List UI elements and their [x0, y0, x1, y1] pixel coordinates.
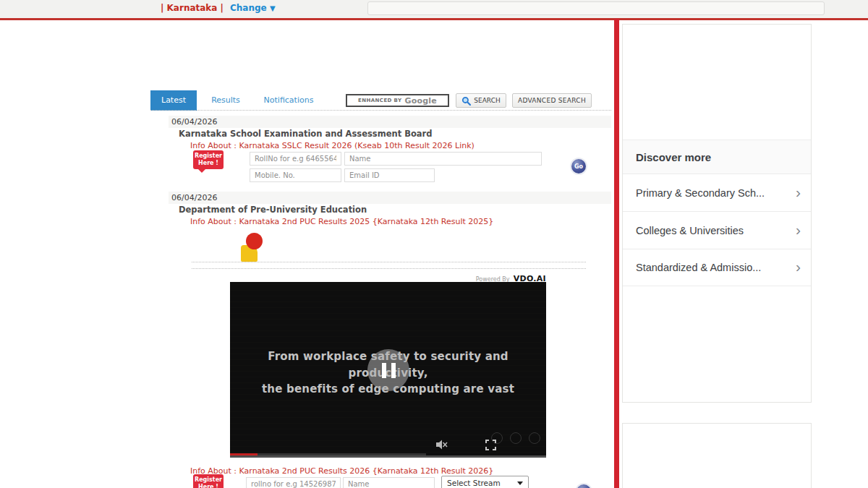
mascot-head [246, 233, 263, 249]
search-watermark-prefix: ENHANCED BY [358, 98, 401, 103]
tabs-divider [150, 110, 611, 111]
dotted-divider [192, 262, 586, 262]
sidebar-panel: Discover more Primary & Secondary Sch...… [622, 24, 812, 403]
chevron-right-icon: › [796, 222, 801, 237]
google-search-input[interactable]: ENHANCED BY Google [346, 94, 449, 107]
mobile-input[interactable] [250, 168, 341, 182]
feed-item-link[interactable]: Info About : Karnataka SSLC Result 2026 … [190, 141, 475, 150]
chevron-right-icon: › [796, 259, 801, 274]
change-link[interactable]: Change ▼ [230, 3, 276, 13]
sidebar-item-label: Standardized & Admissio... [636, 262, 761, 273]
tab-latest[interactable]: Latest [150, 90, 197, 111]
name-input[interactable] [344, 152, 542, 166]
page: | Karnataka | Change ▼ Latest Results No… [0, 0, 868, 488]
advanced-search-button[interactable]: ADVANCED SEARCH [512, 93, 592, 108]
pause-bar [391, 363, 396, 378]
search-button-label: SEARCH [474, 97, 500, 104]
pause-button[interactable] [367, 349, 409, 391]
tab-results[interactable]: Results [205, 90, 247, 111]
chevron-right-icon: › [796, 184, 801, 200]
search-button[interactable]: SEARCH [456, 93, 506, 108]
go-button[interactable]: Go [576, 484, 591, 488]
top-bar: | Karnataka | Change ▼ [0, 0, 868, 18]
name-input[interactable] [343, 477, 435, 488]
search-icon [461, 96, 471, 106]
feed-item-link[interactable]: Info About : Karnataka 2nd PUC Results 2… [190, 466, 493, 476]
register-here-badge[interactable]: Register Here ! [193, 150, 224, 169]
select-arrow-icon [517, 481, 523, 488]
sidebar-item-primary-secondary[interactable]: Primary & Secondary Sch... › [623, 174, 811, 211]
feed-item-date: 06/04/2026 [169, 192, 611, 204]
rollno-input[interactable] [246, 477, 341, 488]
dotted-divider [192, 268, 586, 269]
feed-item-date: 06/04/2026 [169, 116, 611, 128]
stream-select-value: Select Stream [447, 479, 501, 487]
mascot-logo [241, 233, 265, 262]
red-vertical-divider [614, 19, 619, 488]
fullscreen-icon[interactable] [485, 440, 496, 450]
feed-item-title: Karnataka School Examination and Assessm… [179, 129, 433, 139]
top-search-input[interactable] [367, 1, 825, 15]
feed-item-title: Department of Pre-University Education [179, 205, 367, 215]
go-button[interactable]: Go [571, 159, 586, 174]
top-red-line [0, 18, 868, 20]
mute-icon[interactable] [435, 439, 448, 450]
stream-select[interactable]: Select Stream [441, 476, 529, 488]
rollno-input[interactable] [250, 152, 341, 166]
register-here-badge[interactable]: Register Here ! [193, 474, 224, 488]
discover-more-title: Discover more [623, 140, 811, 174]
email-input[interactable] [344, 168, 435, 182]
tab-notifications[interactable]: Notifications [259, 90, 318, 111]
advanced-search-label: ADVANCED SEARCH [518, 97, 586, 104]
video-player[interactable]: From workplace safety to security and pr… [230, 282, 546, 458]
google-logo: Google [404, 96, 436, 106]
sidebar-item-label: Colleges & Universities [636, 225, 744, 236]
pause-bar [382, 363, 386, 378]
feed-item-link[interactable]: Info About : Karnataka 2nd PUC Results 2… [190, 217, 493, 226]
sidebar-item-label: Primary & Secondary Sch... [636, 187, 765, 199]
sidebar-item-standardized-admissions[interactable]: Standardized & Admissio... › [623, 249, 811, 286]
sidebar-ad-placeholder [622, 423, 812, 488]
video-bottom-edge [230, 455, 546, 458]
sidebar-item-colleges-universities[interactable]: Colleges & Universities › [623, 211, 811, 249]
region-label: | Karnataka | [161, 3, 224, 13]
change-link-label: Change [230, 3, 267, 13]
video-dial-graphics [491, 432, 540, 444]
dropdown-arrow-icon: ▼ [270, 4, 276, 12]
